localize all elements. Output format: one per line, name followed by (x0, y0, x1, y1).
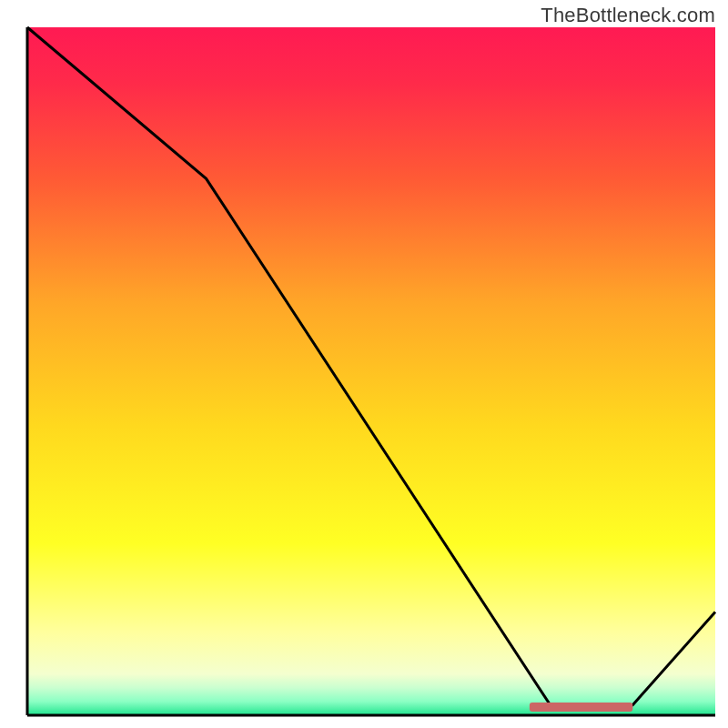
plot-background (27, 27, 715, 715)
bottleneck-chart (0, 0, 728, 728)
optimal-range-marker (530, 703, 632, 712)
chart-container: TheBottleneck.com (0, 0, 728, 728)
